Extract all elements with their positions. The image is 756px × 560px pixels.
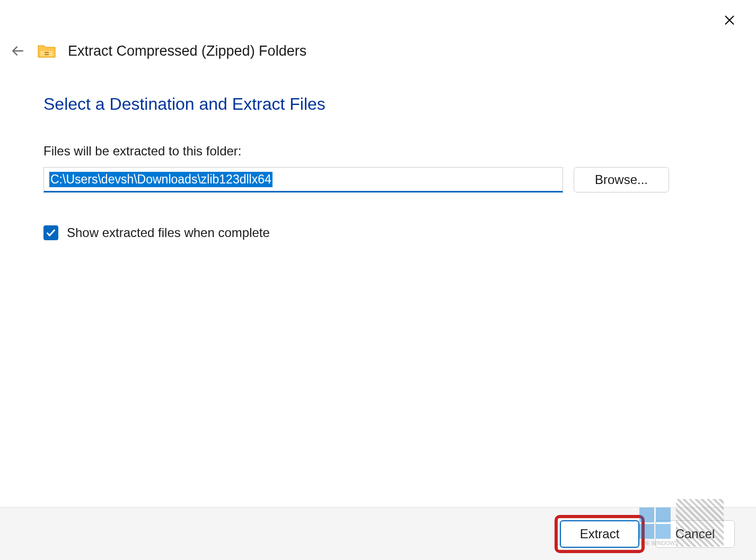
destination-path-input[interactable]: C:\Users\devsh\Downloads\zlib123dllx64 xyxy=(43,167,563,192)
watermark-text: THE WINDOWS xyxy=(639,540,678,546)
back-arrow-icon[interactable] xyxy=(10,43,25,59)
watermark: THE WINDOWS xyxy=(639,496,745,549)
close-button[interactable] xyxy=(719,10,740,31)
svg-rect-3 xyxy=(40,51,53,56)
svg-rect-4 xyxy=(45,52,49,53)
dialog-header: Extract Compressed (Zipped) Folders xyxy=(10,41,306,60)
show-files-checkbox[interactable] xyxy=(43,225,58,240)
destination-path-value: C:\Users\devsh\Downloads\zlib123dllx64 xyxy=(49,172,272,187)
zip-folder-icon xyxy=(37,41,56,60)
extract-button[interactable]: Extract xyxy=(560,520,639,548)
windows-logo-icon xyxy=(639,508,671,539)
show-files-label: Show extracted files when complete xyxy=(67,225,270,240)
browse-button[interactable]: Browse... xyxy=(574,167,669,192)
qr-code-icon xyxy=(676,499,724,547)
extract-highlight-box: Extract xyxy=(555,515,645,553)
main-content: Select a Destination and Extract Files F… xyxy=(43,94,669,240)
destination-label: Files will be extracted to this folder: xyxy=(43,144,669,159)
page-heading: Select a Destination and Extract Files xyxy=(43,94,669,114)
dialog-title: Extract Compressed (Zipped) Folders xyxy=(68,43,306,59)
svg-rect-5 xyxy=(45,54,49,55)
